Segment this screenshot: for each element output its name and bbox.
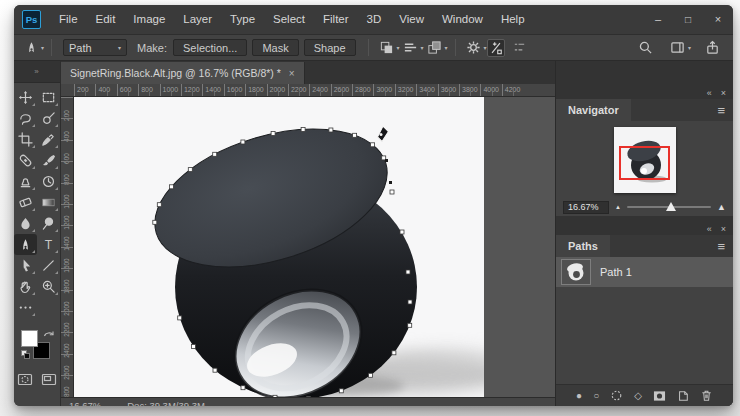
menu-item[interactable]: Select xyxy=(264,5,314,34)
stroke-path-icon[interactable]: ○ xyxy=(593,391,599,401)
path-anchor-point[interactable] xyxy=(301,127,305,131)
menu-item[interactable]: Layer xyxy=(174,5,221,34)
pasteboard[interactable] xyxy=(484,97,555,397)
path-anchor-point[interactable] xyxy=(390,190,394,194)
document-tab[interactable]: SignetRing.Black.Alt.jpg @ 16.7% (RGB/8*… xyxy=(61,62,305,84)
menu-item[interactable]: 3D xyxy=(358,5,391,34)
chevron-down-icon[interactable]: ▾ xyxy=(41,44,44,51)
crop-tool[interactable] xyxy=(14,129,37,150)
path-anchor-point[interactable] xyxy=(157,203,161,207)
path-anchor-point[interactable] xyxy=(271,132,275,136)
eyedropper-tool[interactable] xyxy=(37,129,60,150)
minimize-button[interactable]: – xyxy=(643,5,673,34)
zoom-tool[interactable] xyxy=(37,276,60,297)
path-anchor-point[interactable] xyxy=(408,300,412,304)
spot-healing-brush-tool[interactable] xyxy=(14,150,37,171)
vertical-ruler[interactable]: 2004006008001000120014001600180020002200… xyxy=(61,97,74,397)
tab-navigator[interactable]: Navigator xyxy=(556,99,631,121)
tool-mode-select[interactable]: Path ▾ xyxy=(63,39,127,56)
path-anchor-point[interactable] xyxy=(406,270,410,274)
eraser-tool[interactable] xyxy=(14,192,37,213)
path-anchor-point[interactable] xyxy=(369,373,373,377)
share-icon[interactable] xyxy=(703,39,721,57)
path-operations-button[interactable]: ▾ xyxy=(378,39,400,57)
close-button[interactable]: × xyxy=(703,5,733,34)
line-tool[interactable] xyxy=(37,255,60,276)
menu-item[interactable]: Type xyxy=(221,5,264,34)
path-row-selected[interactable]: Path 1 xyxy=(556,257,733,287)
tab-paths[interactable]: Paths xyxy=(556,235,610,257)
close-panel-icon[interactable]: × xyxy=(721,224,726,234)
status-zoom-field[interactable]: 16.67% xyxy=(69,398,101,406)
lasso-tool[interactable] xyxy=(14,108,37,129)
menu-item[interactable]: Filter xyxy=(314,5,358,34)
search-icon[interactable] xyxy=(637,39,655,57)
path-control-handle[interactable] xyxy=(385,159,388,162)
navigator-view-box[interactable] xyxy=(619,146,670,180)
more-tools-tool[interactable] xyxy=(14,297,37,318)
close-panel-icon[interactable]: × xyxy=(721,88,726,98)
path-anchor-point[interactable] xyxy=(153,220,157,224)
menu-item[interactable]: File xyxy=(50,5,87,34)
menu-item[interactable]: Help xyxy=(492,5,534,34)
rectangular-marquee-tool[interactable] xyxy=(37,87,60,108)
history-brush-tool[interactable] xyxy=(37,171,60,192)
path-alignment-button[interactable]: ▾ xyxy=(402,39,424,57)
path-anchor-point[interactable] xyxy=(307,396,311,397)
collapse-panel-icon[interactable]: « xyxy=(707,88,712,98)
fill-path-icon[interactable]: ● xyxy=(576,391,582,401)
workspace-switcher-button[interactable]: ▾ xyxy=(669,39,691,57)
path-anchor-point[interactable] xyxy=(188,168,192,172)
dodge-tool[interactable] xyxy=(37,213,60,234)
screen-mode-icon[interactable] xyxy=(41,372,57,390)
menu-item[interactable]: Edit xyxy=(87,5,125,34)
clone-stamp-tool[interactable] xyxy=(14,171,37,192)
path-anchor-point[interactable] xyxy=(329,128,333,132)
make-mask-button[interactable]: Mask xyxy=(252,39,298,56)
path-control-handle[interactable] xyxy=(389,181,392,184)
path-thumbnail[interactable] xyxy=(561,259,591,285)
pen-tool[interactable] xyxy=(14,234,37,255)
path-anchor-point[interactable] xyxy=(213,152,217,156)
menu-item[interactable]: Image xyxy=(124,5,174,34)
hand-tool[interactable] xyxy=(14,276,37,297)
path-anchor-point[interactable] xyxy=(169,185,173,189)
geometry-options-button[interactable]: ▾ xyxy=(465,39,487,57)
path-anchor-point[interactable] xyxy=(353,133,357,137)
close-tab-icon[interactable]: × xyxy=(289,68,295,79)
brush-tool[interactable] xyxy=(37,150,60,171)
menu-item[interactable]: View xyxy=(390,5,433,34)
delete-path-icon[interactable] xyxy=(700,389,713,402)
path-anchor-point[interactable] xyxy=(339,389,343,393)
path-anchor-point[interactable] xyxy=(371,143,375,147)
make-selection-button[interactable]: Selection... xyxy=(173,39,247,56)
path-anchor-point[interactable] xyxy=(241,386,245,390)
path-anchor-point[interactable] xyxy=(191,344,195,348)
constrain-icon[interactable] xyxy=(511,39,529,57)
quick-selection-tool[interactable] xyxy=(37,108,60,129)
auto-add-delete-toggle-icon[interactable] xyxy=(487,39,505,57)
panel-menu-icon[interactable]: ≡ xyxy=(717,103,733,118)
type-tool[interactable]: T xyxy=(37,234,60,255)
make-work-path-icon[interactable]: ◇ xyxy=(634,391,642,401)
path-anchor-point[interactable] xyxy=(400,230,404,234)
path-anchor-point[interactable] xyxy=(241,140,245,144)
slider-thumb[interactable] xyxy=(666,202,676,211)
path-anchor-point[interactable] xyxy=(273,395,277,397)
panel-menu-icon[interactable]: ≡ xyxy=(717,239,733,254)
collapse-panel-icon[interactable]: « xyxy=(707,224,712,234)
navigator-zoom-field[interactable]: 16.67% xyxy=(563,201,609,214)
path-arrangement-button[interactable]: ▾ xyxy=(426,39,448,57)
load-selection-icon[interactable] xyxy=(610,389,623,402)
foreground-color-swatch[interactable] xyxy=(21,330,38,347)
zoom-out-icon[interactable]: ▲ xyxy=(615,204,621,210)
maximize-button[interactable]: □ xyxy=(673,5,703,34)
canvas[interactable] xyxy=(74,97,484,397)
toolbar-collapse-icon[interactable]: » xyxy=(14,61,60,83)
path-anchor-point[interactable] xyxy=(408,323,412,327)
gradient-tool[interactable] xyxy=(37,192,60,213)
add-mask-icon[interactable] xyxy=(653,390,666,402)
horizontal-ruler[interactable]: 2004006008001000120014001600180020002200… xyxy=(61,84,555,97)
path-selection-tool[interactable] xyxy=(14,255,37,276)
zoom-in-icon[interactable]: ▲ xyxy=(717,202,726,212)
